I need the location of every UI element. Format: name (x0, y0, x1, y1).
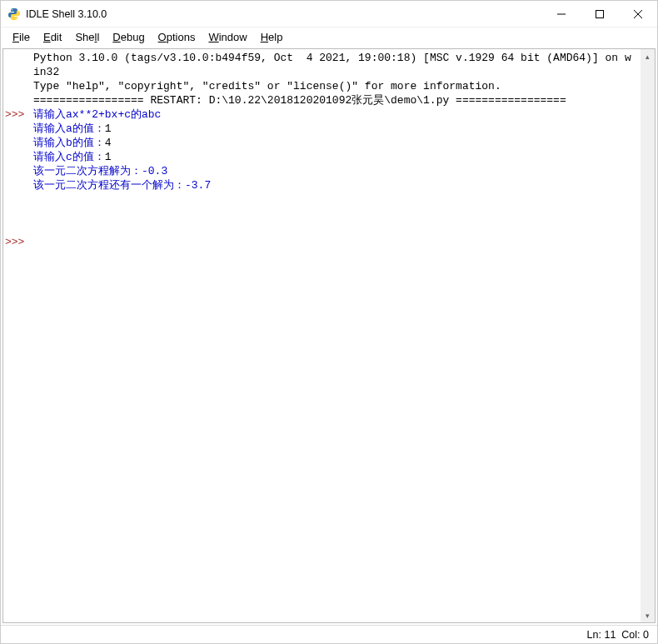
titlebar: IDLE Shell 3.10.0 (1, 1, 657, 27)
banner-line: Python 3.10.0 (tags/v3.10.0:b494f59, Oct… (33, 52, 631, 78)
output-line: 请输入a的值： (33, 122, 105, 135)
prompt-marker: >>> (5, 108, 24, 121)
status-col-label: Col: (621, 629, 640, 641)
prompt-gutter: >>> >>> (3, 49, 30, 622)
output-line: 该一元二次方程还有一个解为：-3.7 (33, 179, 211, 192)
vertical-scrollbar[interactable]: ▴ ▾ (641, 49, 655, 622)
status-ln-label: Ln: (587, 629, 601, 641)
status-col-value: 0 (643, 629, 649, 641)
prompt-marker: >>> (5, 236, 24, 248)
output-line: 请输入c的值： (33, 151, 105, 163)
scroll-down-icon[interactable]: ▾ (641, 608, 655, 622)
statusbar: Ln: 11 Col: 0 (1, 625, 657, 643)
editor-frame: >>> >>> Python 3.10.0 (tags/v3.10.0:b494… (2, 48, 656, 623)
maximize-button[interactable] (581, 1, 619, 27)
menu-window[interactable]: Window (202, 29, 253, 45)
svg-point-0 (12, 9, 12, 10)
menubar: File Edit Shell Debug Options Window Hel… (1, 27, 657, 46)
window-title: IDLE Shell 3.10.0 (26, 8, 542, 20)
editor-container: >>> >>> Python 3.10.0 (tags/v3.10.0:b494… (1, 46, 657, 625)
output-line: 该一元二次方程解为：-0.3 (33, 165, 167, 177)
banner-line: Type "help", "copyright", "credits" or "… (33, 80, 501, 92)
scroll-up-icon[interactable]: ▴ (641, 49, 655, 63)
user-input: 1 (105, 151, 112, 163)
output-line: 请输入b的值： (33, 137, 105, 149)
status-ln-value: 11 (604, 629, 616, 641)
menu-options[interactable]: Options (152, 29, 202, 45)
menu-file[interactable]: File (6, 29, 37, 45)
user-input: 4 (105, 137, 112, 149)
svg-point-1 (16, 17, 17, 18)
menu-debug[interactable]: Debug (106, 29, 151, 45)
menu-shell[interactable]: Shell (68, 29, 106, 45)
close-button[interactable] (619, 1, 657, 27)
python-icon (7, 7, 21, 21)
minimize-button[interactable] (542, 1, 581, 27)
shell-text[interactable]: Python 3.10.0 (tags/v3.10.0:b494f59, Oct… (30, 49, 641, 622)
scroll-track[interactable] (641, 63, 655, 608)
window-controls (542, 1, 657, 27)
menu-help[interactable]: Help (254, 29, 290, 45)
output-line: 请输入ax**2+bx+c的abc (33, 108, 161, 121)
user-input: 1 (105, 122, 112, 135)
menu-edit[interactable]: Edit (37, 29, 68, 45)
svg-rect-3 (596, 10, 604, 17)
restart-line: ================= RESTART: D:\10.22\2018… (33, 94, 566, 107)
